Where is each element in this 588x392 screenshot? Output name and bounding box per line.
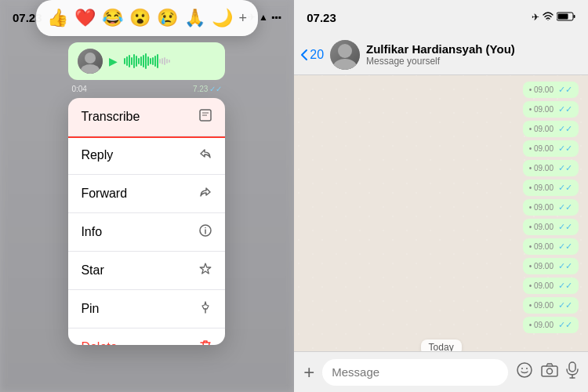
back-button[interactable]: 20: [300, 48, 324, 62]
table-row: • 09.00 ✓✓: [303, 101, 579, 118]
date-label: Today: [421, 339, 462, 351]
right-airplane-icon: ✈: [532, 12, 539, 23]
msg-ticks: ✓✓: [558, 163, 572, 173]
svg-point-13: [338, 44, 352, 58]
svg-point-18: [521, 368, 523, 369]
contact-subtitle: Message yourself: [366, 56, 582, 67]
message-bubble: • 09.00 ✓✓: [523, 219, 579, 235]
menu-item-forward[interactable]: Forward: [68, 175, 225, 213]
message-bubble: • 09.00 ✓✓: [523, 121, 579, 137]
menu-item-reply[interactable]: Reply: [68, 136, 225, 175]
table-row: • 09.00 ✓✓: [303, 278, 579, 294]
wow-emoji[interactable]: 😮: [129, 8, 151, 28]
pin-icon: [198, 300, 212, 318]
msg-ticks: ✓✓: [558, 261, 572, 271]
msg-ticks: ✓✓: [558, 281, 572, 291]
menu-item-info[interactable]: Info: [68, 213, 225, 252]
mic-icon[interactable]: [566, 361, 579, 383]
msg-time: • 09.00: [529, 144, 554, 153]
waveform: [124, 52, 216, 71]
chat-avatar: [330, 40, 360, 70]
svg-rect-22: [569, 362, 575, 372]
star-icon: [198, 262, 212, 279]
camera-icon[interactable]: [541, 363, 558, 381]
sad-emoji[interactable]: 😢: [157, 8, 178, 28]
svg-rect-12: [574, 15, 575, 18]
info-icon: [198, 223, 212, 241]
msg-time: • 09.00: [529, 183, 554, 192]
svg-rect-11: [558, 13, 568, 19]
bottom-bar: +: [294, 351, 588, 392]
svg-rect-20: [542, 366, 557, 376]
msg-ticks: ✓✓: [558, 104, 572, 114]
svg-point-1: [81, 64, 100, 74]
message-bubble: • 09.00 ✓✓: [523, 278, 579, 294]
msg-time: • 09.00: [529, 321, 554, 329]
msg-time: • 09.00: [529, 85, 554, 94]
table-row: • 09.00 ✓✓: [303, 317, 579, 333]
message-bubble: • 09.00 ✓✓: [523, 140, 579, 157]
table-row: • 09.00 ✓✓: [303, 160, 579, 176]
message-input[interactable]: [322, 359, 508, 386]
message-bubble: • 09.00 ✓✓: [523, 180, 579, 196]
messages-area[interactable]: • 09.00 ✓✓ • 09.00 ✓✓ • 09.00 ✓✓ • 09.00…: [294, 75, 588, 351]
back-count: 20: [310, 48, 324, 62]
message-bubble: • 09.00 ✓✓: [523, 199, 579, 216]
delete-icon: [198, 339, 212, 345]
table-row: • 09.00 ✓✓: [303, 238, 579, 255]
pray-emoji[interactable]: 🙏: [184, 8, 205, 28]
add-attachment-button[interactable]: +: [303, 361, 314, 383]
table-row: • 09.00 ✓✓: [303, 140, 579, 157]
moon-emoji[interactable]: 🌙: [212, 8, 233, 28]
msg-time: • 09.00: [529, 203, 554, 212]
msg-ticks: ✓✓: [558, 202, 572, 212]
message-bubble: • 09.00 ✓✓: [523, 101, 579, 118]
table-row: • 09.00 ✓✓: [303, 297, 579, 314]
svg-point-17: [517, 363, 532, 377]
message-bubble: • 09.00 ✓✓: [523, 82, 579, 98]
msg-ticks: ✓✓: [558, 320, 572, 330]
msg-time: • 09.00: [529, 281, 554, 290]
menu-item-star[interactable]: Star: [68, 252, 225, 290]
msg-ticks: ✓✓: [558, 183, 572, 193]
table-row: • 09.00 ✓✓: [303, 199, 579, 216]
context-menu: Transcribe Reply Forward: [68, 98, 225, 345]
avatar-image: [78, 49, 103, 74]
svg-point-0: [85, 53, 96, 64]
msg-time: • 09.00: [529, 223, 554, 231]
message-bubble: • 09.00 ✓✓: [523, 317, 579, 333]
context-overlay: 👍 ❤️ 😂 😮 😢 🙏 🌙 + ▶: [0, 0, 294, 392]
table-row: • 09.00 ✓✓: [303, 180, 579, 196]
msg-time: • 09.00: [529, 301, 554, 310]
heart-emoji[interactable]: ❤️: [74, 8, 96, 28]
msg-time: • 09.00: [529, 262, 554, 270]
menu-item-transcribe[interactable]: Transcribe: [68, 98, 225, 136]
svg-point-7: [205, 227, 207, 229]
right-wifi-icon: [543, 12, 554, 23]
table-row: • 09.00 ✓✓: [303, 219, 579, 235]
sticker-icon[interactable]: [516, 361, 533, 383]
message-bubble: • 09.00 ✓✓: [523, 238, 579, 255]
right-status-icons: ✈: [532, 12, 575, 24]
table-row: • 09.00 ✓✓: [303, 82, 579, 98]
msg-ticks: ✓✓: [558, 124, 572, 134]
laugh-emoji[interactable]: 😂: [102, 8, 123, 28]
msg-time: • 09.00: [529, 242, 554, 251]
more-emojis-icon[interactable]: +: [239, 10, 248, 27]
right-status-bar: 07.23 ✈: [294, 0, 588, 34]
thumbs-up-emoji[interactable]: 👍: [47, 8, 68, 28]
play-button[interactable]: ▶: [109, 55, 118, 67]
menu-item-pin[interactable]: Pin: [68, 290, 225, 328]
msg-ticks: ✓✓: [558, 85, 572, 95]
svg-point-9: [547, 20, 548, 20]
date-separator: Today: [303, 339, 579, 351]
emoji-bar[interactable]: 👍 ❤️ 😂 😮 😢 🙏 🌙 +: [36, 0, 259, 36]
vm-duration: 0:04: [71, 85, 86, 93]
message-bubble: • 09.00 ✓✓: [523, 258, 579, 274]
transcribe-icon: [198, 108, 212, 125]
msg-time: • 09.00: [529, 105, 554, 114]
right-panel: 07.23 ✈: [294, 0, 588, 392]
voice-message-bubble: ▶: [68, 42, 225, 80]
message-bubble: • 09.00 ✓✓: [523, 160, 579, 176]
menu-item-delete[interactable]: Delete: [68, 328, 225, 345]
